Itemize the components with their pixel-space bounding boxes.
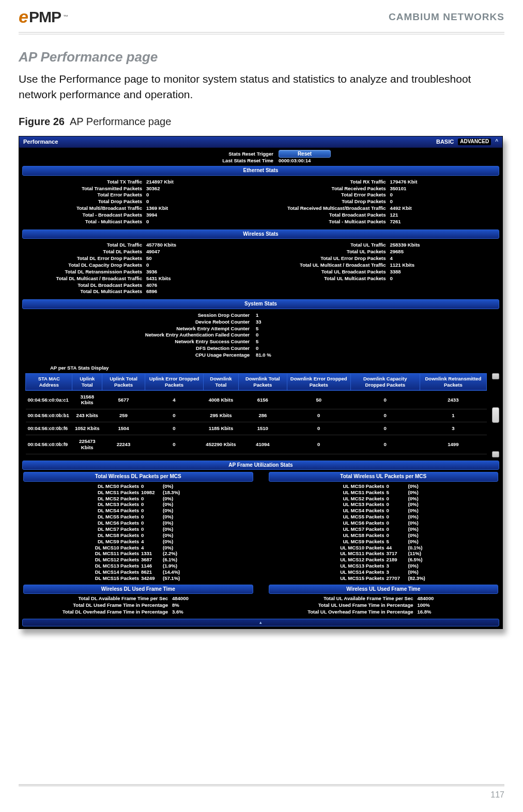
sta-col-header: Downlink Capacity Dropped Packets bbox=[350, 373, 420, 390]
ethernet-right-value: 0 bbox=[390, 192, 499, 198]
scroll-up-icon[interactable] bbox=[492, 373, 499, 379]
system-stat-label: Network Entry Authentication Failed Coun… bbox=[27, 332, 250, 338]
system-section-header: System Stats bbox=[22, 299, 499, 309]
ul-mcs-row: UL MCS13 Packets3(0%) bbox=[269, 563, 499, 569]
ethernet-left-row: Total - Broadcast Packets3994 bbox=[23, 212, 255, 219]
sta-value-cell: 3 bbox=[420, 422, 486, 435]
ul-mcs-percent: (0%) bbox=[408, 514, 499, 520]
dl-mcs-percent: (0%) bbox=[163, 501, 253, 508]
ul-mcs-row: UL MCS9 Packets5(0%) bbox=[269, 539, 499, 545]
ethernet-right-value: 179476 Kbit bbox=[390, 179, 499, 185]
dl-mcs-row: DL MCS5 Packets0(0%) bbox=[23, 514, 253, 520]
ethernet-left-label: Total - Multicast Packets bbox=[23, 219, 142, 225]
ethernet-right-row: Total Broadcast Packets121 bbox=[267, 212, 499, 219]
sta-col-header: Uplink Total bbox=[72, 373, 102, 390]
dl-mcs-row: DL MCS15 Packets34249(57.1%) bbox=[23, 575, 253, 581]
dl-mcs-label: DL MCS6 Packets bbox=[51, 520, 139, 526]
wireless-left-row: Total DL Error Drop Packets50 bbox=[23, 255, 255, 262]
ethernet-left-label: Total TX Traffic bbox=[23, 179, 142, 185]
dl-mcs-count: 0 bbox=[141, 501, 161, 508]
ul-mcs-count: 5 bbox=[387, 489, 406, 496]
ethernet-left-label: Total Multi/Broadcast Traffic bbox=[23, 205, 142, 211]
ul-mcs-count: 0 bbox=[387, 483, 406, 489]
wireless-right-label: Total UL Packets bbox=[267, 249, 386, 255]
ul-mcs-count: 44 bbox=[387, 545, 406, 551]
dl-mcs-percent: (0%) bbox=[163, 526, 253, 532]
logo: ePMP™ bbox=[19, 5, 68, 29]
scroll-thumb[interactable] bbox=[492, 407, 499, 423]
wireless-left-row: Total DL Traffic457780 Kbits bbox=[23, 242, 255, 249]
trademark-icon: ™ bbox=[63, 13, 68, 21]
dl-mcs-count: 0 bbox=[141, 532, 161, 539]
system-stat-value: 33 bbox=[256, 319, 262, 325]
dl-mcs-percent: (0%) bbox=[163, 514, 253, 520]
dl-mcs-percent: (0%) bbox=[163, 520, 253, 526]
ul-mcs-row: UL MCS4 Packets0(0%) bbox=[269, 508, 499, 514]
dl-frame-value: 8% bbox=[172, 602, 253, 608]
ul-mcs-count: 27707 bbox=[387, 575, 406, 581]
mode-basic[interactable]: BASIC bbox=[436, 139, 454, 146]
figure-label: Figure 26 AP Performance page bbox=[19, 115, 504, 129]
dl-frame-value: 3.6% bbox=[172, 609, 253, 615]
wireless-right-row: Total UL Broadcast Packets3388 bbox=[267, 269, 499, 275]
ethernet-left-row: Total Error Packets0 bbox=[23, 192, 255, 198]
ul-mcs-percent: (0%) bbox=[408, 508, 499, 514]
dl-mcs-row: DL MCS8 Packets0(0%) bbox=[23, 532, 253, 539]
ul-mcs-label: UL MCS6 Packets bbox=[297, 520, 384, 526]
wireless-right-label: Total UL Error Drop Packets bbox=[267, 255, 386, 262]
sta-value-cell: 41094 bbox=[238, 435, 287, 454]
sta-value-cell: 295 Kbits bbox=[203, 409, 238, 422]
wireless-left-value: 4076 bbox=[146, 282, 255, 288]
system-stat-value: 81.0 % bbox=[256, 352, 271, 358]
wireless-right-value: 29685 bbox=[390, 249, 499, 255]
ul-mcs-label: UL MCS12 Packets bbox=[297, 557, 384, 563]
scroll-down-icon[interactable] bbox=[492, 451, 499, 457]
sta-value-cell: 1510 bbox=[238, 422, 287, 435]
ul-mcs-label: UL MCS15 Packets bbox=[297, 575, 384, 581]
ul-frame-value: 484000 bbox=[418, 595, 499, 602]
wireless-section-header: Wireless Stats bbox=[22, 229, 499, 239]
sta-scrollbar[interactable] bbox=[492, 373, 499, 457]
sta-mac-cell: 00:04:56:c0:0a:c1 bbox=[26, 390, 72, 409]
ethernet-left-row: Total Multi/Broadcast Traffic1369 Kbit bbox=[23, 205, 255, 212]
system-stat-label: Session Drop Counter bbox=[27, 312, 250, 318]
dl-mcs-row: DL MCS6 Packets0(0%) bbox=[23, 520, 253, 526]
expand-icon[interactable]: ▴ bbox=[22, 619, 499, 626]
system-stat-row: DFS Detection Counter0 bbox=[23, 345, 498, 352]
dl-mcs-percent: (0%) bbox=[163, 545, 253, 551]
dl-mcs-percent: (57.1%) bbox=[163, 575, 253, 581]
system-stat-label: CPU Usage Percentage bbox=[27, 352, 250, 358]
sta-col-header: Uplink Error Dropped Packets bbox=[145, 373, 203, 390]
sta-value-cell: 0 bbox=[350, 409, 420, 422]
ul-mcs-label: UL MCS11 Packets bbox=[297, 550, 384, 557]
ethernet-left-label: Total Drop Packets bbox=[23, 198, 142, 205]
collapse-icon[interactable]: ^ bbox=[495, 139, 498, 145]
dl-mcs-row: DL MCS10 Packets4(0%) bbox=[23, 545, 253, 551]
ul-mcs-row: UL MCS15 Packets27707(82.3%) bbox=[269, 575, 499, 581]
lead-paragraph: Use the Performance page to monitor syst… bbox=[19, 71, 504, 102]
ul-mcs-percent: (0%) bbox=[408, 539, 499, 545]
sta-value-cell: 0 bbox=[350, 435, 420, 454]
wireless-right-value: 1121 Kbits bbox=[390, 262, 499, 268]
ethernet-right-value: 4492 Kbit bbox=[390, 205, 499, 211]
ul-mcs-label: UL MCS2 Packets bbox=[297, 496, 384, 502]
sta-mac-cell: 00:04:56:c0:0b:f9 bbox=[26, 435, 72, 454]
sta-value-cell: 50 bbox=[287, 390, 350, 409]
sta-value-cell: 0 bbox=[287, 422, 350, 435]
system-stat-label: Network Entry Success Counter bbox=[27, 339, 250, 345]
sta-mac-cell: 00:04:56:c0:0b:b1 bbox=[26, 409, 72, 422]
ul-mcs-percent: (0%) bbox=[408, 489, 499, 496]
dl-mcs-row: DL MCS9 Packets4(0%) bbox=[23, 539, 253, 545]
ul-mcs-label: UL MCS9 Packets bbox=[297, 539, 384, 545]
dl-mcs-label: DL MCS15 Packets bbox=[51, 575, 139, 581]
dl-mcs-label: DL MCS4 Packets bbox=[51, 508, 139, 514]
ul-mcs-row: UL MCS6 Packets0(0%) bbox=[269, 520, 499, 526]
reset-button[interactable]: Reset bbox=[279, 150, 331, 158]
ethernet-left-value: 0 bbox=[146, 198, 255, 205]
ul-mcs-label: UL MCS5 Packets bbox=[297, 514, 384, 520]
ul-mcs-label: UL MCS1 Packets bbox=[297, 489, 384, 496]
ap-frame-util-header: AP Frame Utilization Stats bbox=[22, 461, 499, 470]
mode-advanced[interactable]: ADVANCED bbox=[458, 139, 491, 145]
ul-mcs-label: UL MCS4 Packets bbox=[297, 508, 384, 514]
sta-col-header: Downlink Retransmitted Packets bbox=[420, 373, 486, 390]
